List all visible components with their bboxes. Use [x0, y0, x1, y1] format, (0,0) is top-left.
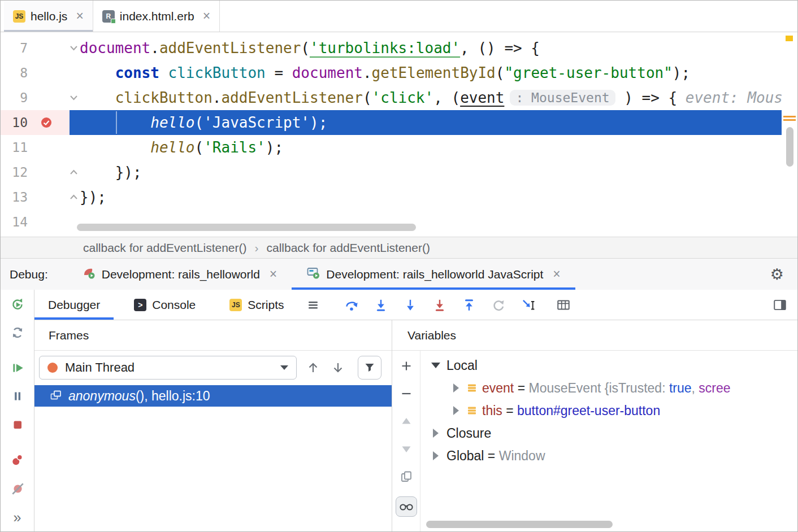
- copy-icon[interactable]: [400, 469, 413, 485]
- expand-arrow[interactable]: [428, 451, 443, 460]
- horizontal-scrollbar[interactable]: [77, 224, 416, 231]
- breadcrumb: callback for addEventListener() › callba…: [1, 237, 797, 258]
- frame-location: (), hello.js:10: [136, 389, 210, 403]
- variable-row-this[interactable]: this = button#greet-user-button: [420, 399, 797, 422]
- variable-value: button#greet-user-button: [517, 403, 660, 418]
- code-text[interactable]: clickButton.addEventListener('click', (e…: [70, 85, 797, 110]
- step-into-icon[interactable]: [372, 298, 389, 312]
- breadcrumb-separator: ›: [254, 241, 258, 255]
- stop-icon[interactable]: [10, 417, 25, 432]
- editor-gutter[interactable]: 10: [1, 110, 70, 135]
- equals-sign: =: [514, 381, 528, 396]
- erb-green-dot: [111, 19, 116, 24]
- tab-index-html-erb[interactable]: R index.html.erb ×: [93, 1, 220, 32]
- table-icon[interactable]: [555, 298, 572, 312]
- code-text[interactable]: const clickButton = document.getElementB…: [70, 60, 797, 85]
- expand-arrow[interactable]: [428, 363, 443, 368]
- close-icon[interactable]: ×: [76, 10, 83, 23]
- frames-panel-header: Frames: [34, 320, 392, 351]
- warning-stripe-marker: [786, 36, 793, 41]
- mute-breakpoints-icon[interactable]: [10, 481, 25, 496]
- debug-label: Debug:: [10, 259, 48, 290]
- view-breakpoints-icon[interactable]: [10, 452, 25, 467]
- frames-panel-body: Main Thread anonymous(), hello.js:10: [34, 351, 392, 531]
- debug-tab-rails[interactable]: Development: rails_helloworld ×: [67, 259, 292, 290]
- run-to-cursor-icon[interactable]: [519, 298, 536, 312]
- chevron-right-icon: [453, 406, 459, 415]
- fold-end-icon[interactable]: [70, 169, 78, 175]
- code-line-7: 7 document.addEventListener('turbolinks:…: [1, 36, 797, 60]
- tab-console[interactable]: > Console: [120, 290, 209, 320]
- remove-watch-icon[interactable]: [400, 386, 413, 402]
- pause-icon[interactable]: [10, 389, 25, 403]
- editor-gutter[interactable]: 7: [1, 36, 70, 60]
- variable-row-event[interactable]: event = MouseEvent {isTrusted: true, scr…: [420, 377, 797, 399]
- thread-icon: [47, 363, 58, 373]
- breadcrumb-item[interactable]: callback for addEventListener(): [83, 241, 246, 255]
- close-icon[interactable]: ×: [270, 268, 277, 281]
- close-icon[interactable]: ×: [203, 10, 210, 23]
- expand-arrow[interactable]: [449, 406, 463, 415]
- code-text[interactable]: document.addEventListener('turbolinks:lo…: [70, 36, 797, 60]
- debugger-tab-label: Debugger: [48, 298, 100, 312]
- thread-selector-value: Main Thread: [65, 360, 135, 375]
- hamburger-icon[interactable]: [306, 290, 320, 320]
- tab-hello-js[interactable]: JS hello.js ×: [4, 1, 93, 32]
- tab-debugger[interactable]: Debugger: [34, 290, 114, 320]
- settings-gear-icon[interactable]: ⚙: [770, 259, 784, 290]
- breadcrumb-item[interactable]: callback for addEventListener(): [266, 241, 430, 255]
- show-watches-button[interactable]: [396, 496, 417, 517]
- fold-end-icon[interactable]: [70, 194, 78, 200]
- code-text[interactable]: hello('Rails');: [70, 135, 797, 160]
- close-icon[interactable]: ×: [553, 268, 560, 281]
- code-text[interactable]: hello('JavaScript');: [70, 110, 797, 135]
- frame-function-name: anonymous: [68, 389, 136, 403]
- sync-icon[interactable]: [10, 325, 25, 339]
- drop-frame-icon[interactable]: [490, 298, 507, 312]
- step-out-of-block-icon[interactable]: [431, 298, 448, 312]
- variables-panel-header: Variables: [392, 320, 797, 351]
- stack-frame-item[interactable]: anonymous(), hello.js:10: [34, 385, 392, 407]
- step-over-icon[interactable]: [343, 298, 360, 312]
- add-watch-icon[interactable]: [400, 358, 413, 374]
- move-down-icon[interactable]: [400, 441, 413, 457]
- scrollbar-marker-area[interactable]: [782, 32, 797, 237]
- editor-gutter[interactable]: 11: [1, 135, 70, 160]
- vertical-scrollbar[interactable]: [786, 127, 793, 167]
- step-out-icon[interactable]: [461, 298, 478, 312]
- editor-gutter[interactable]: 13: [1, 185, 70, 210]
- variables-panel-body: Local event = MouseEvent {isTrusted: tru…: [392, 351, 797, 531]
- move-up-icon[interactable]: [400, 413, 413, 429]
- code-text[interactable]: });: [70, 185, 797, 210]
- expand-arrow[interactable]: [449, 383, 463, 393]
- code-text[interactable]: });: [70, 160, 797, 185]
- variable-value: isTrusted:: [609, 381, 669, 396]
- hide-frames-filter-button[interactable]: [358, 356, 381, 380]
- code-editor[interactable]: 7 document.addEventListener('turbolinks:…: [1, 32, 797, 237]
- variable-group-closure[interactable]: Closure: [420, 422, 797, 444]
- fold-down-icon[interactable]: [70, 95, 78, 101]
- variable-group-global[interactable]: Global = Window: [420, 444, 797, 467]
- force-step-into-icon[interactable]: [402, 298, 419, 312]
- expand-arrow[interactable]: [428, 429, 443, 438]
- editor-gutter[interactable]: 9: [1, 85, 70, 110]
- debug-tab-javascript[interactable]: Development: rails_helloworld JavaScript…: [292, 259, 575, 290]
- rerun-icon[interactable]: [10, 296, 25, 311]
- more-chevrons-icon[interactable]: »: [14, 509, 21, 531]
- group-label: Global: [446, 448, 484, 464]
- editor-gutter[interactable]: 12: [1, 160, 70, 185]
- previous-frame-button[interactable]: [305, 361, 322, 374]
- breakpoint-icon[interactable]: [40, 116, 53, 129]
- variable-group-local[interactable]: Local: [420, 354, 797, 377]
- resume-icon[interactable]: [10, 360, 25, 375]
- variables-horizontal-scrollbar[interactable]: [426, 521, 613, 528]
- tab-scripts[interactable]: JS Scripts: [216, 290, 297, 320]
- fold-down-icon[interactable]: [70, 45, 78, 51]
- editor-gutter[interactable]: 8: [1, 60, 70, 85]
- layout-settings-icon[interactable]: [773, 290, 787, 320]
- editor-gutter[interactable]: 14: [1, 210, 70, 234]
- thread-selector[interactable]: Main Thread: [39, 356, 297, 380]
- code-line-9: 9 clickButton.addEventListener('click', …: [1, 85, 797, 110]
- next-frame-button[interactable]: [329, 361, 346, 374]
- chevron-down-icon: [280, 365, 288, 370]
